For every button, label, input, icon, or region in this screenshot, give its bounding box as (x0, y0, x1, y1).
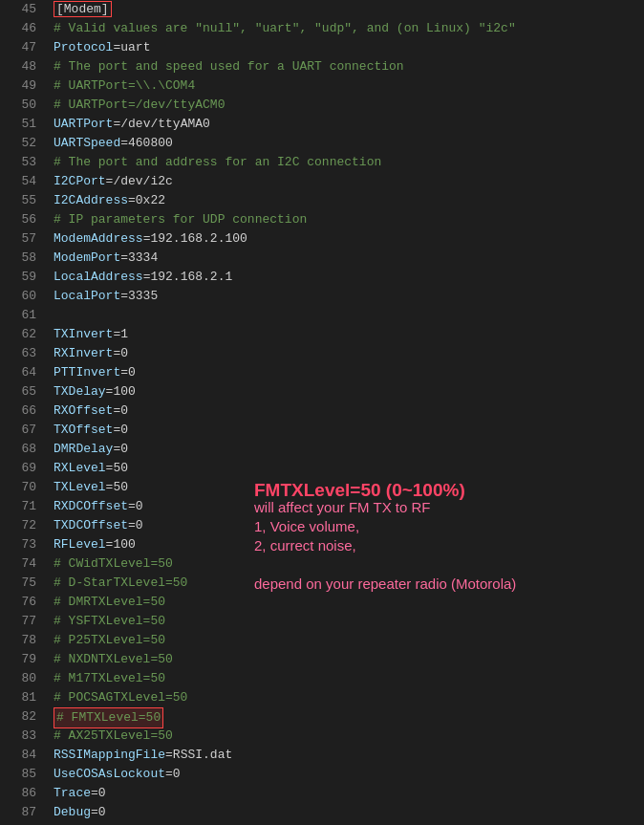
code-area[interactable]: [Modem]# Valid values are "null", "uart"… (46, 0, 644, 822)
annotation-voice: 1, Voice volume, (254, 516, 359, 536)
config-value: =100 (106, 384, 136, 399)
config-key: Trace (54, 786, 91, 800)
line-number: 87 (0, 803, 46, 822)
code-line: Debug=0 (54, 803, 644, 822)
config-value: =100 (106, 537, 136, 552)
line-number: 64 (0, 363, 46, 382)
code-line: RXInvert=0 (54, 344, 644, 363)
annotation-noise: 2, currect noise, (254, 535, 356, 555)
config-key: TXOffset (54, 423, 113, 437)
code-line: TXDelay=100 (54, 382, 644, 402)
code-line: DMRDelay=0 (54, 440, 644, 459)
code-line: # DMRTXLevel=50 (54, 593, 644, 612)
line-number: 61 (0, 306, 46, 325)
config-key: DMRDelay (54, 442, 113, 456)
comment-text: # P25TXLevel=50 (54, 633, 165, 647)
code-line: ModemPort=3334 (54, 249, 644, 268)
config-value: =0 (113, 423, 128, 437)
config-value: =0 (113, 403, 128, 418)
config-key: UARTSpeed (54, 136, 120, 150)
code-line: # YSFTXLevel=50 (54, 612, 644, 631)
config-value: =192.168.2.1 (143, 270, 233, 284)
line-number: 47 (0, 38, 46, 57)
line-number: 69 (0, 459, 46, 478)
line-number: 68 (0, 440, 46, 459)
highlighted-line: # FMTXLevel=50 (54, 707, 163, 728)
config-key: TXDelay (54, 384, 106, 399)
code-line: # AX25TXLevel=50 (54, 727, 644, 746)
comment-text: # D-StarTXLevel=50 (54, 575, 187, 590)
line-number: 65 (0, 382, 46, 402)
config-key: ModemAddress (54, 231, 143, 246)
line-number: 63 (0, 344, 46, 363)
code-line: # CWidTXLevel=50 (54, 554, 644, 574)
comment-text: # M17TXLevel=50 (54, 671, 165, 685)
code-line: # The port and address for an I2C connec… (54, 153, 644, 172)
comment-text: # UARTPort=/dev/ttyACM0 (54, 98, 225, 112)
code-line: RSSIMappingFile=RSSI.dat (54, 746, 644, 765)
config-value: =0 (128, 499, 143, 513)
line-number: 70 (0, 478, 46, 497)
code-line: I2CPort=/dev/i2c (54, 172, 644, 191)
line-number: 71 (0, 497, 46, 516)
config-value: =/dev/i2c (106, 174, 173, 188)
code-line: UARTPort=/dev/ttyAMA0 (54, 115, 644, 134)
config-value: =3335 (120, 289, 158, 303)
code-line: Trace=0 (54, 784, 644, 803)
config-value: =0 (113, 442, 128, 456)
code-line: RXDCOffset=0will affect your FM TX to RF (54, 497, 644, 516)
config-value: =460800 (120, 136, 173, 150)
code-line: # FMTXLevel=50 (54, 707, 644, 727)
comment-text: # Valid values are "null", "uart", "udp"… (54, 21, 516, 35)
comment-text: # IP parameters for UDP connection (54, 212, 307, 227)
line-number: 86 (0, 784, 46, 803)
code-line: ModemAddress=192.168.2.100 (54, 229, 644, 249)
code-line: # IP parameters for UDP connection (54, 210, 644, 229)
line-number: 73 (0, 535, 46, 554)
bracket-highlight: [Modem] (54, 1, 112, 17)
line-number: 52 (0, 134, 46, 153)
config-value: =0 (120, 365, 136, 380)
line-number: 54 (0, 172, 46, 191)
line-number: 81 (0, 688, 46, 707)
comment-text: # NXDNTXLevel=50 (54, 652, 173, 666)
code-line: TXInvert=1 (54, 325, 644, 344)
config-value: =1 (113, 327, 128, 341)
code-line: [Modem] (54, 0, 644, 19)
config-key: TXLevel (54, 480, 106, 494)
line-number: 50 (0, 96, 46, 115)
line-number: 79 (0, 650, 46, 669)
line-number: 58 (0, 249, 46, 268)
line-number: 78 (0, 631, 46, 650)
config-key: RFLevel (54, 537, 106, 552)
code-line: # NXDNTXLevel=50 (54, 650, 644, 669)
config-key: TXDCOffset (54, 518, 128, 532)
line-number: 53 (0, 153, 46, 172)
code-line: UseCOSAsLockout=0 (54, 765, 644, 784)
line-number: 85 (0, 765, 46, 784)
config-key: I2CPort (54, 174, 106, 188)
line-number: 49 (0, 76, 46, 96)
line-number: 55 (0, 191, 46, 210)
code-line (54, 306, 644, 325)
code-line: Protocol=uart (54, 38, 644, 57)
line-number: 66 (0, 402, 46, 421)
config-key: UseCOSAsLockout (54, 767, 165, 781)
code-line: UARTSpeed=460800 (54, 134, 644, 153)
line-number: 80 (0, 669, 46, 688)
line-number: 84 (0, 746, 46, 765)
config-key: TXInvert (54, 327, 113, 341)
config-key: Debug (54, 805, 91, 819)
code-line: # UARTPort=\\.\COM4 (54, 76, 644, 96)
config-value: =RSSI.dat (165, 748, 232, 762)
config-key: RSSIMappingFile (54, 748, 165, 762)
code-line: # P25TXLevel=50 (54, 631, 644, 650)
line-number: 67 (0, 421, 46, 440)
config-key: LocalPort (54, 289, 120, 303)
comment-text: # DMRTXLevel=50 (54, 595, 165, 609)
comment-text: # CWidTXLevel=50 (54, 556, 173, 571)
editor: 4546474849505152535455565758596061626364… (0, 0, 644, 822)
code-line: # The port and speed used for a UART con… (54, 57, 644, 76)
comment-text: # The port and speed used for a UART con… (54, 59, 404, 74)
config-value: =0 (113, 346, 128, 360)
